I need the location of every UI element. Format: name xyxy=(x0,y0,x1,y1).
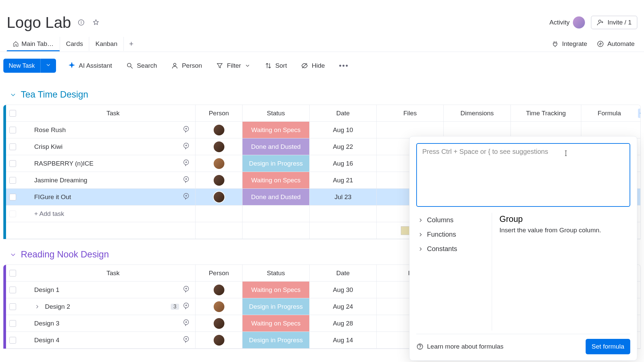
star-icon[interactable] xyxy=(91,18,101,27)
date-cell[interactable]: Aug 21 xyxy=(309,172,376,188)
row-checkbox[interactable] xyxy=(9,194,16,200)
date-cell[interactable]: Aug 14 xyxy=(309,332,376,348)
add-comment-icon[interactable] xyxy=(182,192,190,200)
add-comment-icon[interactable] xyxy=(182,302,190,309)
integrate-button[interactable]: Integrate xyxy=(551,40,587,48)
files-cell[interactable] xyxy=(376,122,443,138)
set-formula-button[interactable]: Set formula xyxy=(586,339,630,354)
dimensions-cell[interactable] xyxy=(443,122,511,138)
row-checkbox[interactable] xyxy=(9,303,16,310)
task-name[interactable]: Design 3 xyxy=(34,320,179,327)
time-cell[interactable] xyxy=(511,122,581,138)
new-task-button[interactable]: New Task xyxy=(3,59,56,73)
date-cell[interactable]: Aug 24 xyxy=(309,298,376,315)
tab-main[interactable]: Main Tab… xyxy=(7,37,60,51)
tab-cards[interactable]: Cards xyxy=(60,37,90,51)
activity-button[interactable]: Activity xyxy=(549,16,585,28)
column-menu-button[interactable]: ••• xyxy=(638,109,641,118)
col-status[interactable]: Status xyxy=(267,110,285,117)
search-button[interactable]: Search xyxy=(124,59,159,72)
ai-assistant-button[interactable]: AI Assistant xyxy=(66,59,114,72)
col-formula[interactable]: Formula xyxy=(598,110,621,117)
add-comment-icon[interactable] xyxy=(182,176,190,183)
status-cell[interactable]: Waiting on Specs xyxy=(242,172,309,188)
person-cell[interactable] xyxy=(195,155,242,172)
row-checkbox[interactable] xyxy=(9,320,16,327)
person-cell[interactable] xyxy=(195,172,242,188)
info-icon[interactable] xyxy=(76,18,86,27)
person-cell[interactable] xyxy=(195,138,242,155)
person-cell[interactable] xyxy=(195,282,242,298)
add-comment-icon[interactable] xyxy=(182,319,190,326)
person-cell[interactable] xyxy=(195,315,242,331)
row-checkbox[interactable] xyxy=(9,127,16,133)
formula-category-functions[interactable]: Functions xyxy=(416,227,488,242)
add-comment-icon[interactable] xyxy=(182,285,190,293)
col-date[interactable]: Date xyxy=(336,110,350,117)
new-task-dropdown[interactable] xyxy=(40,59,56,73)
add-comment-icon[interactable] xyxy=(182,142,190,149)
row-checkbox[interactable] xyxy=(9,337,16,344)
hide-button[interactable]: Hide xyxy=(299,59,327,72)
task-name[interactable]: RASPBERRY (n)ICE xyxy=(34,160,179,167)
expand-subitems-icon[interactable] xyxy=(34,304,40,310)
add-tab-button[interactable]: + xyxy=(124,36,139,52)
tab-kanban[interactable]: Kanban xyxy=(89,37,124,51)
person-cell[interactable] xyxy=(195,332,242,348)
add-comment-icon[interactable] xyxy=(182,159,190,166)
add-comment-icon[interactable] xyxy=(182,125,190,133)
date-cell[interactable]: Aug 10 xyxy=(309,122,376,138)
status-cell[interactable]: Design in Progress xyxy=(242,298,309,315)
task-name[interactable]: Crisp Kiwi xyxy=(34,143,179,150)
col-date[interactable]: Date xyxy=(336,269,350,277)
more-toolbar-button[interactable]: ••• xyxy=(337,59,351,73)
col-time-tracking[interactable]: Time Tracking xyxy=(526,110,566,117)
add-comment-icon[interactable] xyxy=(182,336,190,343)
col-task[interactable]: Task xyxy=(106,110,119,117)
automate-button[interactable]: Automate xyxy=(597,40,635,48)
task-name[interactable]: Rose Rush xyxy=(34,126,179,134)
row-checkbox[interactable] xyxy=(9,143,16,150)
filter-button[interactable]: Filter xyxy=(214,59,252,72)
formula-category-columns[interactable]: Columns xyxy=(416,213,488,227)
status-cell[interactable]: Done and Dusted xyxy=(242,138,309,155)
col-status[interactable]: Status xyxy=(267,269,285,277)
task-name[interactable]: FIGure it Out xyxy=(34,193,179,201)
sort-button[interactable]: Sort xyxy=(263,59,289,72)
person-cell[interactable] xyxy=(195,122,242,138)
col-person[interactable]: Person xyxy=(209,269,229,277)
group-header[interactable]: Tea Time Design xyxy=(3,79,641,105)
status-cell[interactable]: Design in Progress xyxy=(242,332,309,348)
status-cell[interactable]: Waiting on Specs xyxy=(242,122,309,138)
formula-category-constants[interactable]: Constants xyxy=(416,242,488,256)
invite-button[interactable]: Invite / 1 xyxy=(591,16,637,29)
select-all-checkbox[interactable] xyxy=(9,270,16,277)
formula-cell[interactable] xyxy=(581,122,637,138)
select-all-checkbox[interactable] xyxy=(9,110,16,117)
task-name[interactable]: Jasmine Dreaming xyxy=(34,177,179,184)
date-cell[interactable]: Aug 30 xyxy=(309,282,376,298)
person-cell[interactable] xyxy=(195,298,242,315)
status-cell[interactable]: Done and Dusted xyxy=(242,189,309,205)
new-task-label[interactable]: New Task xyxy=(3,59,40,73)
col-person[interactable]: Person xyxy=(209,110,229,117)
task-name[interactable]: Design 1 xyxy=(34,286,179,294)
date-cell[interactable]: Aug 16 xyxy=(309,155,376,172)
formula-input[interactable] xyxy=(416,143,630,207)
status-cell[interactable]: Waiting on Specs xyxy=(242,282,309,298)
col-task[interactable]: Task xyxy=(106,269,119,277)
status-cell[interactable]: Waiting on Specs xyxy=(242,315,309,331)
person-cell[interactable] xyxy=(195,189,242,205)
task-name[interactable]: Design 2 xyxy=(45,303,165,310)
status-cell[interactable]: Design in Progress xyxy=(242,155,309,172)
task-name[interactable]: Design 4 xyxy=(34,337,179,344)
date-cell[interactable]: Aug 22 xyxy=(309,138,376,155)
col-files[interactable]: Files xyxy=(403,110,417,117)
row-checkbox[interactable] xyxy=(9,287,16,293)
date-cell[interactable]: Jul 23 xyxy=(309,189,376,205)
learn-more-link[interactable]: Learn more about formulas xyxy=(416,343,503,350)
row-checkbox[interactable] xyxy=(9,160,16,167)
col-dimensions[interactable]: Dimensions xyxy=(461,110,494,117)
row-checkbox[interactable] xyxy=(9,177,16,184)
date-cell[interactable]: Aug 28 xyxy=(309,315,376,331)
